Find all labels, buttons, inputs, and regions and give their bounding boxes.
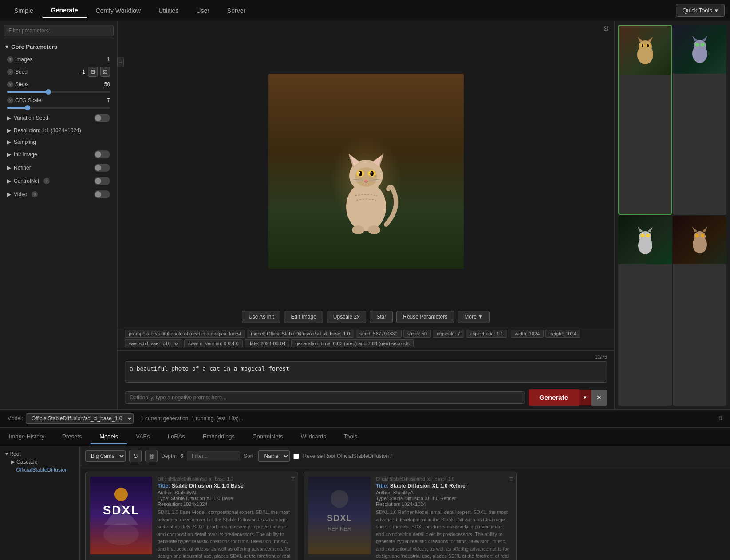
tab-embeddings[interactable]: Embeddings xyxy=(194,430,244,444)
tab-loras[interactable]: LoRAs xyxy=(159,430,194,444)
model-menu-icon-refiner[interactable]: ≡ xyxy=(509,475,513,482)
thumbnail-4[interactable] xyxy=(673,216,726,406)
refiner-section[interactable]: ▶ Refiner xyxy=(4,161,114,174)
steps-value: 50 xyxy=(104,81,110,87)
video-help-icon[interactable]: ? xyxy=(32,191,38,197)
star-button[interactable]: Star xyxy=(370,311,393,323)
seed-help-icon[interactable]: ? xyxy=(7,69,13,75)
tree-cascade[interactable]: ▶ Cascade xyxy=(4,458,76,466)
controlnet-section[interactable]: ▶ ControlNet ? xyxy=(4,174,114,188)
nav-tab-server[interactable]: Server xyxy=(218,4,254,18)
model-select-dropdown[interactable]: OfficialStableDiffusion/sd_xl_base_1.0 xyxy=(26,413,134,424)
steps-label: Steps xyxy=(15,81,29,87)
meta-prompt: prompt: a beautiful photo of a cat in a … xyxy=(125,330,245,338)
cat-illustration xyxy=(322,118,410,242)
filter-parameters-input[interactable] xyxy=(4,25,114,36)
upscale-button[interactable]: Upscale 2x xyxy=(327,311,366,323)
nav-tab-generate[interactable]: Generate xyxy=(42,3,87,18)
meta-swarm: swarm_version: 0.6.4.0 xyxy=(184,339,243,347)
svg-point-33 xyxy=(695,43,699,47)
sampling-section[interactable]: ▶ Sampling xyxy=(4,136,114,148)
svg-point-28 xyxy=(647,44,649,47)
thumb1-cat-icon xyxy=(627,32,663,68)
tree-sdxl[interactable]: OfficialStableDiffusion xyxy=(4,466,76,474)
model-label: Model: xyxy=(7,415,23,422)
reuse-parameters-button[interactable]: Reuse Parameters xyxy=(396,311,454,323)
tab-tools[interactable]: Tools xyxy=(335,430,366,444)
seed-image-icon-btn[interactable]: 🖼 xyxy=(88,67,98,77)
resolution-section[interactable]: ▶ Resolution: 1:1 (1024×1024) xyxy=(4,125,114,136)
quick-tools-button[interactable]: Quick Tools ▾ xyxy=(676,4,725,17)
seed-dice-icon-btn[interactable]: ⚄ xyxy=(100,67,110,77)
init-image-toggle[interactable] xyxy=(94,150,110,158)
images-help-icon[interactable]: ? xyxy=(7,56,13,63)
more-button[interactable]: More ▼ xyxy=(458,311,490,323)
filter-models-input[interactable] xyxy=(187,451,240,461)
model-card-refiner[interactable]: SDXL REFINER OfficialStableDiffusion/sd_… xyxy=(304,472,517,560)
controlnet-arrow-icon: ▶ xyxy=(7,178,11,184)
top-nav: Simple Generate Comfy Workflow Utilities… xyxy=(0,0,730,21)
model-resolution-refiner: Resolution: 1024x1024 xyxy=(376,501,512,507)
nav-tab-simple[interactable]: Simple xyxy=(5,4,42,18)
svg-marker-31 xyxy=(692,36,698,41)
thumbnail-3[interactable] xyxy=(618,216,672,406)
video-toggle[interactable] xyxy=(94,190,110,198)
settings-gear-icon[interactable]: ⚙ xyxy=(603,24,609,33)
status-expand-icon[interactable]: ⇅ xyxy=(718,415,723,422)
controlnet-toggle[interactable] xyxy=(94,177,110,185)
panel-toggle-button[interactable]: ≡ xyxy=(117,57,124,67)
nav-tab-utilities[interactable]: Utilities xyxy=(150,4,187,18)
core-parameters-section[interactable]: ▾ Core Parameters xyxy=(4,41,114,53)
use-as-init-button[interactable]: Use As Init xyxy=(242,311,280,323)
reverse-checkbox[interactable] xyxy=(293,454,299,459)
refresh-button[interactable]: ↻ xyxy=(129,450,142,462)
steps-slider[interactable] xyxy=(4,90,114,95)
thumb4-cat-icon xyxy=(682,222,718,258)
delete-button[interactable]: 🗑 xyxy=(145,450,158,462)
model-thumb-refiner: SDXL REFINER xyxy=(308,477,371,554)
svg-marker-43 xyxy=(692,227,698,232)
quick-tools-chevron-icon: ▾ xyxy=(715,7,718,14)
generate-cancel-button[interactable]: ✕ xyxy=(591,390,607,406)
cfg-help-icon[interactable]: ? xyxy=(7,97,13,103)
tab-controlnets[interactable]: ControlNets xyxy=(244,430,292,444)
model-info-refiner: OfficialStableDiffusion/sd_xl_refiner_1.… xyxy=(376,477,512,560)
cfg-slider[interactable] xyxy=(4,106,114,111)
positive-prompt-input[interactable]: a beautiful photo of a cat in a magical … xyxy=(125,361,607,383)
thumbnail-2[interactable] xyxy=(673,25,726,215)
nav-tab-comfy-workflow[interactable]: Comfy Workflow xyxy=(87,4,150,18)
core-parameters-arrow-icon: ▾ xyxy=(5,43,8,50)
generate-button[interactable]: Generate xyxy=(529,389,579,406)
generate-row: Generate ▾ ✕ xyxy=(529,389,607,406)
tab-presets[interactable]: Presets xyxy=(53,430,91,444)
tab-vaes[interactable]: VAEs xyxy=(127,430,159,444)
model-title-refiner: Title: Stable Diffusion XL 1.0 Refiner xyxy=(376,483,512,489)
negative-prompt-input[interactable] xyxy=(125,391,525,404)
tab-models[interactable]: Models xyxy=(91,430,127,444)
tree-root[interactable]: ▾ Root xyxy=(4,450,76,458)
sort-select[interactable]: Name xyxy=(258,450,290,462)
init-image-section[interactable]: ▶ Init Image xyxy=(4,148,114,161)
svg-point-34 xyxy=(700,43,705,47)
generated-image[interactable] xyxy=(268,74,464,269)
tab-wildcards[interactable]: Wildcards xyxy=(292,430,335,444)
variation-seed-section[interactable]: ▶ Variation Seed xyxy=(4,111,114,125)
thumbnail-1[interactable] xyxy=(618,25,672,215)
video-section[interactable]: ▶ Video ? xyxy=(4,188,114,201)
generate-dropdown-button[interactable]: ▾ xyxy=(579,390,591,405)
edit-image-button[interactable]: Edit Image xyxy=(284,311,323,323)
tree-root-collapse-icon: ▾ xyxy=(5,451,9,457)
meta-vae: vae: sdxl_vae_fp16_fix xyxy=(125,339,182,347)
model-card-base[interactable]: SDXL OfficialStableDiffusion/sd_xl_base_… xyxy=(85,472,298,560)
model-menu-icon-base[interactable]: ≡ xyxy=(291,475,295,482)
generate-dropdown-chevron-icon: ▾ xyxy=(584,394,587,401)
controlnet-label: ControlNet xyxy=(14,178,39,184)
refiner-toggle[interactable] xyxy=(94,164,110,172)
svg-point-45 xyxy=(695,234,699,237)
nav-tab-user[interactable]: User xyxy=(187,4,218,18)
controlnet-help-icon[interactable]: ? xyxy=(43,178,50,184)
variation-seed-toggle[interactable] xyxy=(94,114,110,122)
view-mode-select[interactable]: Big Cards xyxy=(85,450,126,462)
tab-image-history[interactable]: Image History xyxy=(0,430,53,444)
steps-help-icon[interactable]: ? xyxy=(7,81,13,87)
